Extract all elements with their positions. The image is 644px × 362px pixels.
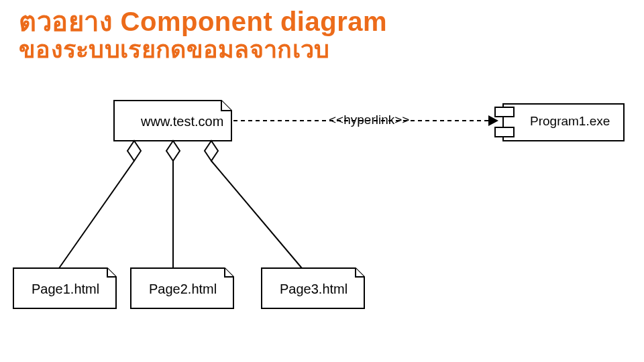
dependency-label: <<hyperlink>> [329, 113, 409, 127]
svg-rect-1 [495, 107, 514, 117]
aggregation-diamond-2 [166, 141, 180, 161]
component-program1-label: Program1.exe [530, 114, 610, 129]
diagram-canvas: component, with arrowhead --> [0, 0, 644, 362]
aggregation-diamond-1 [127, 141, 141, 161]
edge-root-page1 [59, 161, 134, 268]
edge-root-page3 [211, 161, 302, 268]
aggregation-diamond-3 [205, 141, 218, 161]
artifact-root-label: www.test.com [141, 114, 223, 129]
artifact-page2-label: Page2.html [149, 282, 217, 297]
svg-rect-2 [495, 127, 514, 137]
artifact-page1-label: Page1.html [32, 282, 99, 297]
artifact-page3-label: Page3.html [280, 282, 347, 297]
